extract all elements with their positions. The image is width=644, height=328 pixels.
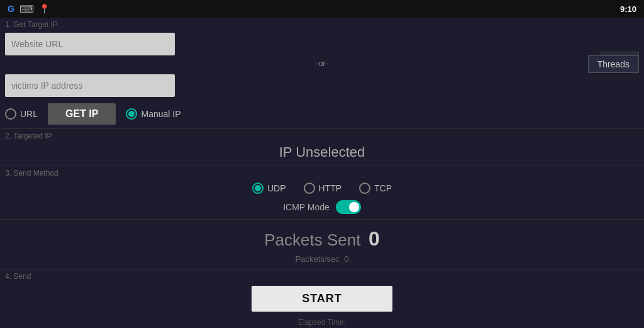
manual-ip-radio-label: Manual IP bbox=[141, 109, 180, 119]
section1-label: 1. Get Target IP bbox=[0, 18, 644, 30]
status-time: 9:10 bbox=[620, 4, 636, 14]
threads-button[interactable]: Threads bbox=[588, 55, 639, 73]
status-bar: G ⌨ 📍 9:10 bbox=[0, 0, 644, 18]
icmp-row: ICMP Mode bbox=[0, 198, 644, 219]
udp-radio-circle bbox=[252, 183, 264, 194]
manual-ip-radio-circle bbox=[126, 108, 137, 120]
http-radio-circle bbox=[304, 183, 315, 194]
section-send: 4. Send START Elapsed Time: bbox=[0, 269, 644, 328]
packets-sent-count: 0 bbox=[369, 227, 380, 250]
victim-ip-input[interactable] bbox=[5, 74, 175, 97]
send-method-row: UDP HTTP TCP bbox=[0, 179, 644, 198]
url-radio[interactable]: URL bbox=[5, 108, 38, 120]
start-button[interactable]: START bbox=[252, 286, 392, 312]
url-radio-label: URL bbox=[20, 109, 38, 119]
targeted-ip-status: IP Unselected bbox=[0, 142, 644, 166]
udp-radio[interactable]: UDP bbox=[252, 183, 286, 194]
http-radio[interactable]: HTTP bbox=[304, 183, 342, 194]
http-label: HTTP bbox=[319, 183, 342, 193]
packets-per-sec-row: Packets/sec 0 bbox=[0, 253, 644, 269]
url-input-area: 3074 bbox=[0, 30, 644, 58]
packets-sent-area: Packets Sent 0 bbox=[0, 220, 644, 253]
section-get-target-ip: 1. Get Target IP 3074 -or- Threads URL bbox=[0, 18, 644, 128]
google-icon: G bbox=[8, 4, 14, 14]
packets-per-sec-value: 0 bbox=[344, 254, 348, 264]
get-ip-button[interactable]: GET IP bbox=[48, 103, 116, 125]
section3-label: 3. Send Method bbox=[0, 166, 644, 179]
location-icon: 📍 bbox=[39, 4, 50, 14]
tcp-label: TCP bbox=[374, 183, 392, 193]
tcp-radio-circle bbox=[359, 183, 370, 194]
or-divider-row: -or- Threads bbox=[0, 58, 644, 72]
or-text: -or- bbox=[316, 59, 328, 68]
packets-sent-label: Packets Sent bbox=[264, 230, 360, 249]
packets-per-sec-label: Packets/sec bbox=[296, 254, 340, 264]
icmp-toggle[interactable] bbox=[336, 200, 361, 214]
main-content: 1. Get Target IP 3074 -or- Threads URL bbox=[0, 18, 644, 328]
tcp-radio[interactable]: TCP bbox=[359, 183, 392, 194]
udp-label: UDP bbox=[267, 183, 286, 193]
radio-btn-row: URL GET IP Manual IP bbox=[0, 99, 644, 128]
website-url-input[interactable] bbox=[5, 33, 175, 55]
section4-label: 4. Send bbox=[0, 269, 644, 282]
keyboard-icon: ⌨ bbox=[19, 3, 34, 15]
ip-input-area bbox=[0, 72, 644, 99]
manual-ip-radio[interactable]: Manual IP bbox=[126, 108, 180, 120]
status-bar-left: G ⌨ 📍 bbox=[8, 3, 50, 15]
section2-label: 2. Targeted IP bbox=[0, 129, 644, 142]
elapsed-label: Elapsed Time: bbox=[0, 315, 644, 328]
icmp-label: ICMP Mode bbox=[283, 202, 330, 212]
section-send-method: 3. Send Method UDP HTTP TCP ICMP Mode bbox=[0, 166, 644, 219]
section-targeted-ip: 2. Targeted IP IP Unselected bbox=[0, 129, 644, 166]
url-radio-circle bbox=[5, 108, 16, 120]
